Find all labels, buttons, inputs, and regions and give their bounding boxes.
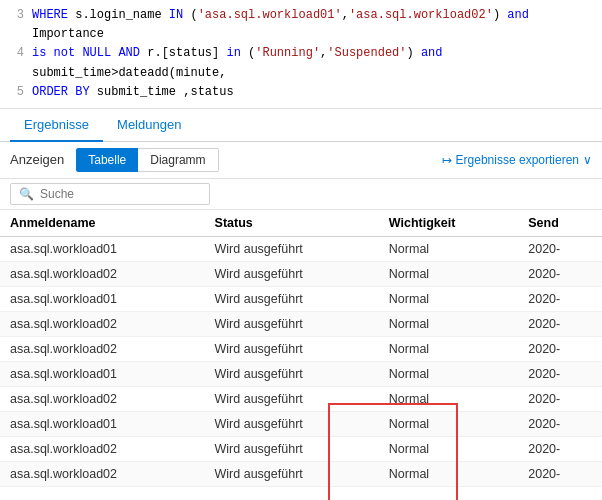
table-row: asa.sql.workload01 Wird ausgeführt Norma…: [0, 411, 602, 436]
code-content: ORDER BY submit_time ,status: [32, 83, 234, 102]
code-content: WHERE s.login_name IN ('asa.sql.workload…: [32, 6, 592, 44]
table-row: asa.sql.workload02 Wird ausgeführt Norma…: [0, 336, 602, 361]
col-header-wichtigkeit: Wichtigkeit: [379, 210, 518, 237]
view-toggle: Tabelle Diagramm: [76, 148, 218, 172]
table-row: asa.sql.workload01 Wird ausgeführt Norma…: [0, 361, 602, 386]
cell-anmeldename: asa.sql.workload01: [0, 361, 205, 386]
cell-anmeldename: asa.sql.workload02: [0, 336, 205, 361]
anzeigen-label: Anzeigen: [10, 152, 64, 167]
diagramm-button[interactable]: Diagramm: [138, 148, 218, 172]
cell-status: Wird ausgeführt: [205, 236, 379, 261]
cell-send: 2020-: [518, 236, 602, 261]
cell-send: 2020-: [518, 336, 602, 361]
code-line-3: 3 WHERE s.login_name IN ('asa.sql.worklo…: [10, 6, 592, 44]
cell-anmeldename: asa.sql.workload01: [0, 411, 205, 436]
export-label: Ergebnisse exportieren: [456, 153, 579, 167]
cell-anmeldename: asa.sql.workload02: [0, 386, 205, 411]
cell-status: Wird ausgeführt: [205, 286, 379, 311]
results-table-wrapper: Anmeldename Status Wichtigkeit Send asa.…: [0, 210, 602, 487]
table-header-row: Anmeldename Status Wichtigkeit Send: [0, 210, 602, 237]
cell-wichtigkeit: Normal: [379, 286, 518, 311]
cell-status: Wird ausgeführt: [205, 386, 379, 411]
code-content: is not NULL AND r.[status] in ('Running'…: [32, 44, 592, 82]
col-header-send: Send: [518, 210, 602, 237]
cell-send: 2020-: [518, 461, 602, 486]
cell-wichtigkeit: Normal: [379, 411, 518, 436]
search-box[interactable]: 🔍: [10, 183, 210, 205]
col-header-status: Status: [205, 210, 379, 237]
cell-anmeldename: asa.sql.workload02: [0, 261, 205, 286]
cell-anmeldename: asa.sql.workload02: [0, 461, 205, 486]
code-line-5: 5 ORDER BY submit_time ,status: [10, 83, 592, 102]
cell-send: 2020-: [518, 386, 602, 411]
cell-wichtigkeit: Normal: [379, 261, 518, 286]
cell-anmeldename: asa.sql.workload01: [0, 236, 205, 261]
col-header-anmeldename: Anmeldename: [0, 210, 205, 237]
line-number: 5: [10, 83, 32, 102]
chevron-down-icon: ∨: [583, 153, 592, 167]
line-number: 4: [10, 44, 32, 63]
cell-wichtigkeit: Normal: [379, 361, 518, 386]
cell-anmeldename: asa.sql.workload02: [0, 436, 205, 461]
search-input[interactable]: [40, 187, 200, 201]
cell-anmeldename: asa.sql.workload02: [0, 311, 205, 336]
table-row: asa.sql.workload02 Wird ausgeführt Norma…: [0, 261, 602, 286]
table-row: asa.sql.workload02 Wird ausgeführt Norma…: [0, 386, 602, 411]
cell-send: 2020-: [518, 286, 602, 311]
cell-send: 2020-: [518, 261, 602, 286]
cell-wichtigkeit: Normal: [379, 311, 518, 336]
table-row: asa.sql.workload02 Wird ausgeführt Norma…: [0, 311, 602, 336]
cell-status: Wird ausgeführt: [205, 411, 379, 436]
cell-wichtigkeit: Normal: [379, 236, 518, 261]
cell-status: Wird ausgeführt: [205, 436, 379, 461]
search-row: 🔍: [0, 179, 602, 210]
cell-send: 2020-: [518, 311, 602, 336]
cell-status: Wird ausgeführt: [205, 261, 379, 286]
cell-wichtigkeit: Normal: [379, 461, 518, 486]
tab-bar: Ergebnisse Meldungen: [0, 109, 602, 142]
cell-status: Wird ausgeführt: [205, 361, 379, 386]
export-arrow-icon: ↦: [442, 153, 452, 167]
cell-anmeldename: asa.sql.workload01: [0, 286, 205, 311]
cell-send: 2020-: [518, 411, 602, 436]
cell-status: Wird ausgeführt: [205, 336, 379, 361]
cell-wichtigkeit: Normal: [379, 336, 518, 361]
tab-meldungen[interactable]: Meldungen: [103, 109, 195, 142]
code-line-4: 4 is not NULL AND r.[status] in ('Runnin…: [10, 44, 592, 82]
table-row: asa.sql.workload02 Wird ausgeführt Norma…: [0, 436, 602, 461]
cell-send: 2020-: [518, 361, 602, 386]
cell-status: Wird ausgeführt: [205, 311, 379, 336]
table-row: asa.sql.workload01 Wird ausgeführt Norma…: [0, 286, 602, 311]
export-button[interactable]: ↦ Ergebnisse exportieren ∨: [442, 153, 592, 167]
cell-wichtigkeit: Normal: [379, 386, 518, 411]
search-icon: 🔍: [19, 187, 34, 201]
cell-wichtigkeit: Normal: [379, 436, 518, 461]
results-toolbar: Anzeigen Tabelle Diagramm ↦ Ergebnisse e…: [0, 142, 602, 179]
table-row: asa.sql.workload02 Wird ausgeführt Norma…: [0, 461, 602, 486]
line-number: 3: [10, 6, 32, 25]
cell-status: Wird ausgeführt: [205, 461, 379, 486]
tab-ergebnisse[interactable]: Ergebnisse: [10, 109, 103, 142]
table-row: asa.sql.workload01 Wird ausgeführt Norma…: [0, 236, 602, 261]
cell-send: 2020-: [518, 436, 602, 461]
code-editor: 3 WHERE s.login_name IN ('asa.sql.worklo…: [0, 0, 602, 109]
table-container[interactable]: Anmeldename Status Wichtigkeit Send asa.…: [0, 210, 602, 487]
results-table: Anmeldename Status Wichtigkeit Send asa.…: [0, 210, 602, 487]
tabelle-button[interactable]: Tabelle: [76, 148, 138, 172]
